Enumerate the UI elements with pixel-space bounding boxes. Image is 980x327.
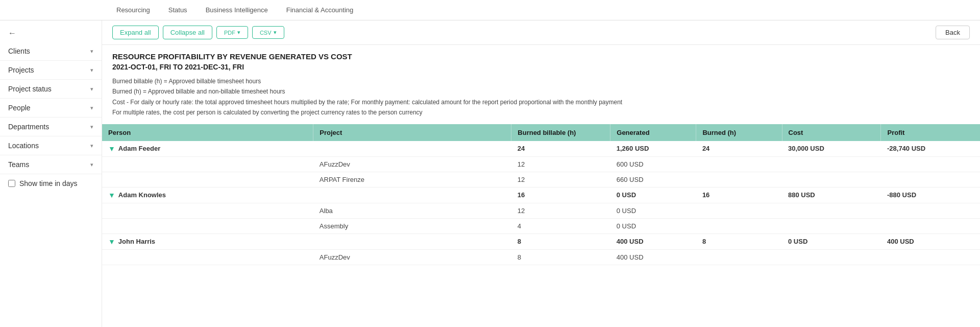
cell-person-name: ▼ Adam Knowles xyxy=(102,187,313,203)
cell-burned-billable: 12 xyxy=(511,203,610,218)
show-time-in-days-label: Show time in days xyxy=(19,179,78,188)
report-header: RESOURCE PROFITABILITY BY REVENUE GENERA… xyxy=(102,45,980,123)
cell-burned: 24 xyxy=(696,141,782,157)
sidebar-item-locations[interactable]: Locations ▾ xyxy=(0,136,102,155)
toolbar: Expand all Collapse all PDF ▾ CSV ▾ Back xyxy=(102,20,980,45)
cell-profit xyxy=(881,203,980,218)
collapse-icon[interactable]: ▼ xyxy=(108,191,115,199)
cell-generated: 1,260 USD xyxy=(610,141,696,157)
cell-person-name: ▼ John Harris xyxy=(102,233,313,249)
cell-person-name: ▼ Adam Feeder xyxy=(102,141,313,157)
report-legend: Burned billable (h) = Approved billable … xyxy=(112,76,970,118)
th-generated: Generated xyxy=(610,124,696,141)
report-table: Person Project Burned billable (h) Gener… xyxy=(102,124,980,265)
table-row-person[interactable]: ▼ Adam Knowles 16 0 USD 16 880 USD -880 … xyxy=(102,187,980,203)
chevron-down-icon: ▾ xyxy=(90,124,93,130)
cell-profit: -880 USD xyxy=(881,187,980,203)
cell-generated: 400 USD xyxy=(610,233,696,249)
cell-project xyxy=(313,187,511,203)
person-name-text: Adam Feeder xyxy=(118,145,160,152)
collapse-all-button[interactable]: Collapse all xyxy=(163,26,212,39)
table-header: Person Project Burned billable (h) Gener… xyxy=(102,124,980,141)
chevron-down-icon: ▾ xyxy=(90,161,93,168)
person-name-text: John Harris xyxy=(118,238,155,245)
cell-burned-billable: 24 xyxy=(511,141,610,157)
cell-burned xyxy=(696,249,782,265)
table-row-person[interactable]: ▼ John Harris 8 400 USD 8 0 USD 400 USD xyxy=(102,233,980,249)
cell-project-name: ARPAT Firenze xyxy=(313,172,511,187)
legend-line-1: Burned billable (h) = Approved billable … xyxy=(112,76,970,86)
sidebar-item-people[interactable]: People ▾ xyxy=(0,99,102,118)
report-title: RESOURCE PROFITABILITY BY REVENUE GENERA… xyxy=(112,52,970,61)
cell-person-empty xyxy=(102,203,313,218)
nav-item-bi[interactable]: Business Intelligence xyxy=(197,0,277,20)
back-icon: ← xyxy=(8,29,16,38)
table-body: ▼ Adam Feeder 24 1,260 USD 24 30,000 USD… xyxy=(102,141,980,265)
cell-burned xyxy=(696,156,782,172)
pdf-button[interactable]: PDF ▾ xyxy=(216,26,248,39)
cell-project xyxy=(313,141,511,157)
cell-profit xyxy=(881,156,980,172)
chevron-down-icon: ▾ xyxy=(237,29,240,36)
cell-cost: 30,000 USD xyxy=(782,141,881,157)
csv-button[interactable]: CSV ▾ xyxy=(252,26,284,39)
table-row-project: Alba 12 0 USD xyxy=(102,203,980,218)
collapse-icon[interactable]: ▼ xyxy=(108,238,115,246)
cell-profit xyxy=(881,249,980,265)
sidebar-item-departments[interactable]: Departments ▾ xyxy=(0,118,102,136)
cell-person-empty xyxy=(102,172,313,187)
collapse-icon[interactable]: ▼ xyxy=(108,145,115,153)
sidebar-item-label-people: People xyxy=(8,104,31,112)
cell-person-empty xyxy=(102,218,313,233)
cell-burned-billable: 12 xyxy=(511,172,610,187)
sidebar-item-teams[interactable]: Teams ▾ xyxy=(0,155,102,174)
sidebar-item-label-clients: Clients xyxy=(8,47,30,55)
cell-burned xyxy=(696,218,782,233)
pdf-label: PDF xyxy=(224,30,235,36)
table-row-project: AFuzzDev 12 600 USD xyxy=(102,156,980,172)
sidebar-item-projects[interactable]: Projects ▾ xyxy=(0,61,102,80)
cell-generated: 0 USD xyxy=(610,218,696,233)
cell-cost: 0 USD xyxy=(782,233,881,249)
th-cost: Cost xyxy=(782,124,881,141)
legend-line-2: Burned (h) = Approved billable and non-b… xyxy=(112,86,970,97)
cell-project-name: Assembly xyxy=(313,218,511,233)
cell-cost xyxy=(782,249,881,265)
nav-item-finance[interactable]: Financial & Accounting xyxy=(277,0,363,20)
cell-burned-billable: 12 xyxy=(511,156,610,172)
sidebar-item-clients[interactable]: Clients ▾ xyxy=(0,42,102,61)
sidebar-item-label-departments: Departments xyxy=(8,123,49,131)
table-row-person[interactable]: ▼ Adam Feeder 24 1,260 USD 24 30,000 USD… xyxy=(102,141,980,157)
sidebar-item-label-project-status: Project status xyxy=(8,85,52,93)
sidebar: ← Clients ▾ Projects ▾ Project status ▾ … xyxy=(0,20,102,327)
nav-item-status[interactable]: Status xyxy=(159,0,197,20)
table-header-row: Person Project Burned billable (h) Gener… xyxy=(102,124,980,141)
show-time-in-days-checkbox[interactable] xyxy=(8,180,15,187)
cell-person-empty xyxy=(102,156,313,172)
sidebar-item-project-status[interactable]: Project status ▾ xyxy=(0,80,102,99)
cell-profit xyxy=(881,172,980,187)
top-nav: Resourcing Status Business Intelligence … xyxy=(0,0,980,20)
back-button[interactable]: Back xyxy=(936,26,970,39)
cell-profit xyxy=(881,218,980,233)
cell-burned-billable: 8 xyxy=(511,249,610,265)
cell-burned-billable: 16 xyxy=(511,187,610,203)
cell-cost xyxy=(782,218,881,233)
cell-generated: 600 USD xyxy=(610,156,696,172)
nav-item-resourcing[interactable]: Resourcing xyxy=(107,0,159,20)
sidebar-item-label-locations: Locations xyxy=(8,142,39,150)
report-subtitle: 2021-OCT-01, FRI TO 2021-DEC-31, FRI xyxy=(112,63,970,71)
th-burned: Burned (h) xyxy=(696,124,782,141)
table-row-project: AFuzzDev 8 400 USD xyxy=(102,249,980,265)
th-profit: Profit xyxy=(881,124,980,141)
cell-burned: 8 xyxy=(696,233,782,249)
cell-profit: -28,740 USD xyxy=(881,141,980,157)
cell-cost: 880 USD xyxy=(782,187,881,203)
content-area: Expand all Collapse all PDF ▾ CSV ▾ Back… xyxy=(102,20,980,327)
expand-all-button[interactable]: Expand all xyxy=(112,26,159,39)
back-arrow[interactable]: ← xyxy=(0,25,102,42)
chevron-down-icon: ▾ xyxy=(90,105,93,111)
chevron-down-icon: ▾ xyxy=(90,143,93,149)
cell-generated: 660 USD xyxy=(610,172,696,187)
chevron-down-icon: ▾ xyxy=(90,67,93,74)
